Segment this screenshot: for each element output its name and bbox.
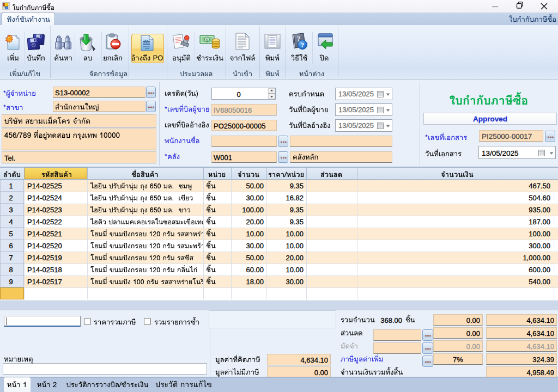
svg-text:$: $ <box>206 38 209 42</box>
svg-text:?: ? <box>301 41 305 49</box>
